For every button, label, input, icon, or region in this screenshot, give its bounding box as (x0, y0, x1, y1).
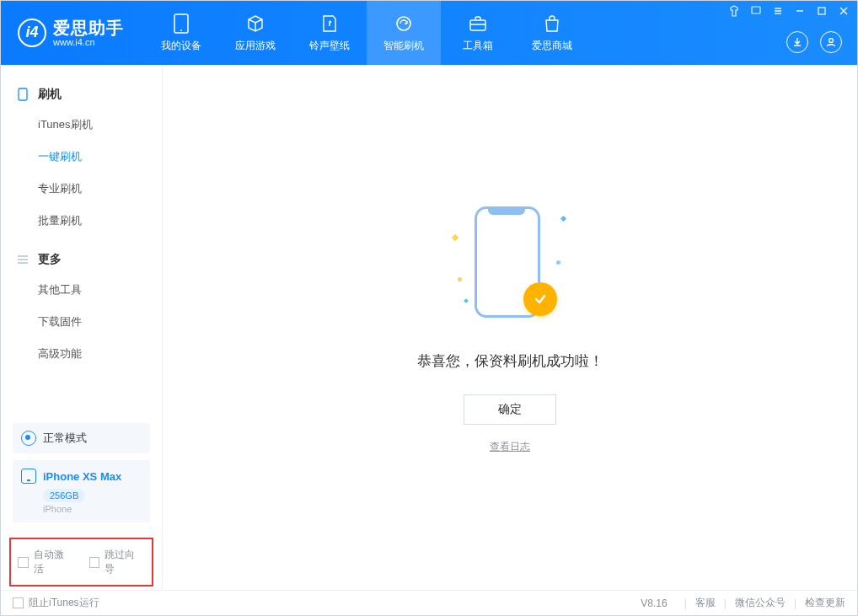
sidebar-group-flash: 刷机 (1, 80, 162, 109)
logo-icon: i4 (18, 19, 46, 47)
success-illustration (459, 201, 560, 328)
cube-icon (245, 13, 265, 34)
phone-outline-icon (16, 88, 29, 101)
sidebar-group-more: 更多 (1, 245, 162, 274)
device-name: iPhone XS Max (43, 470, 121, 483)
svg-point-4 (829, 39, 834, 43)
svg-rect-5 (752, 7, 760, 13)
sidebar-item-oneclick-flash[interactable]: 一键刷机 (1, 141, 162, 173)
status-bar: 阻止iTunes运行 V8.16 | 客服 | 微信公众号 | 检查更新 (1, 590, 857, 615)
sidebar-item-download-firmware[interactable]: 下载固件 (1, 306, 162, 338)
user-button[interactable] (820, 31, 842, 53)
flash-options: 自动激活 跳过向导 (9, 538, 153, 587)
main-nav: 我的设备 应用游戏 铃声壁纸 智能刷机 工具箱 爱思商城 (144, 1, 589, 65)
nav-flash[interactable]: 智能刷机 (367, 1, 441, 65)
sidebar-item-advanced[interactable]: 高级功能 (1, 338, 162, 370)
mode-indicator-icon (21, 431, 36, 446)
sidebar: 刷机 iTunes刷机 一键刷机 专业刷机 批量刷机 更多 其他工具 下载固件 … (1, 65, 163, 590)
device-panel: 正常模式 iPhone XS Max 256GB iPhone (1, 415, 162, 531)
option-skip-guide[interactable]: 跳过向导 (89, 548, 146, 576)
device-type: iPhone (43, 504, 142, 514)
logo: i4 爱思助手 www.i4.cn (1, 19, 136, 47)
option-block-itunes[interactable]: 阻止iTunes运行 (13, 596, 99, 610)
svg-point-1 (180, 29, 182, 31)
device-storage: 256GB (43, 489, 85, 502)
view-log-link[interactable]: 查看日志 (490, 440, 530, 454)
sidebar-item-batch-flash[interactable]: 批量刷机 (1, 205, 162, 237)
option-auto-activate[interactable]: 自动激活 (18, 548, 74, 576)
skin-icon[interactable] (727, 4, 741, 18)
sidebar-item-itunes-flash[interactable]: iTunes刷机 (1, 109, 162, 141)
success-message: 恭喜您，保资料刷机成功啦！ (417, 351, 603, 371)
device-info[interactable]: iPhone XS Max 256GB iPhone (13, 460, 150, 522)
ok-button[interactable]: 确定 (464, 394, 556, 425)
header-actions (786, 31, 842, 53)
nav-store[interactable]: 爱思商城 (515, 1, 589, 65)
svg-rect-7 (19, 88, 27, 100)
phone-icon (171, 13, 191, 34)
app-url: www.i4.cn (53, 37, 124, 47)
footer-link-update[interactable]: 检查更新 (805, 596, 845, 610)
checkbox-icon (13, 597, 24, 608)
minimize-button[interactable] (793, 4, 807, 18)
music-file-icon (319, 13, 340, 34)
feedback-icon[interactable] (749, 4, 763, 18)
device-mode[interactable]: 正常模式 (13, 423, 150, 453)
nav-ringtones[interactable]: 铃声壁纸 (292, 1, 367, 65)
window-controls (727, 4, 850, 18)
footer-link-wechat[interactable]: 微信公众号 (735, 596, 786, 610)
checkbox-icon (18, 557, 29, 568)
nav-my-device[interactable]: 我的设备 (144, 1, 218, 65)
sidebar-item-other-tools[interactable]: 其他工具 (1, 274, 162, 306)
svg-rect-6 (818, 8, 825, 14)
app-header: i4 爱思助手 www.i4.cn 我的设备 应用游戏 铃声壁纸 智能刷机 工具… (1, 1, 857, 65)
list-icon (16, 253, 29, 266)
maximize-button[interactable] (815, 4, 829, 18)
footer-link-support[interactable]: 客服 (695, 596, 716, 610)
version-label: V8.16 (641, 597, 667, 609)
nav-toolbox[interactable]: 工具箱 (441, 1, 515, 65)
sidebar-item-pro-flash[interactable]: 专业刷机 (1, 173, 162, 205)
app-title: 爱思助手 (53, 19, 124, 37)
svg-rect-3 (470, 20, 485, 30)
main-content: 恭喜您，保资料刷机成功啦！ 确定 查看日志 (163, 65, 857, 590)
bag-icon (542, 13, 562, 34)
close-button[interactable] (837, 4, 850, 18)
refresh-shield-icon (394, 13, 414, 34)
download-button[interactable] (786, 31, 808, 53)
toolbox-icon (468, 13, 488, 34)
device-phone-icon (21, 469, 36, 484)
svg-point-2 (397, 17, 410, 30)
checkbox-icon (89, 557, 100, 568)
nav-apps-games[interactable]: 应用游戏 (218, 1, 292, 65)
menu-icon[interactable] (771, 4, 785, 18)
check-badge-icon (523, 282, 557, 316)
